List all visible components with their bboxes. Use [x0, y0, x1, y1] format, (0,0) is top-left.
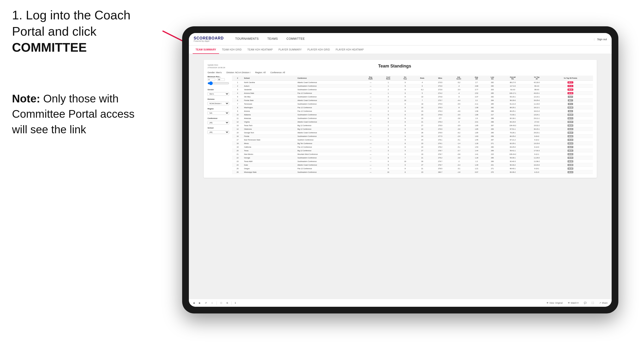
- sign-out-link[interactable]: Sign out: [597, 38, 607, 41]
- min-rounds-label: Minimum Rou...: [208, 76, 229, 78]
- cell-reg-rank: —: [362, 88, 380, 91]
- cell-low-sg: 260: [484, 84, 500, 88]
- filter-row: Gender: Men's Division: NCAA Division I …: [208, 71, 593, 74]
- cell-overall-rd: 97-51-1: [500, 127, 525, 131]
- expand-btn[interactable]: ⛶: [590, 301, 595, 305]
- nav-tournaments[interactable]: TOURNAMENTS: [231, 33, 263, 45]
- cell-overall-rd: 60-39-2: [500, 170, 525, 174]
- table-row: 17 East Tennessee State Southern Confere…: [232, 138, 593, 142]
- cell-conf-rank: 4: [380, 120, 397, 124]
- cell-reg-rank: —: [362, 163, 380, 167]
- watch-btn[interactable]: 👁 Watch ▾: [566, 301, 580, 305]
- cell-no-tour: 9: [397, 124, 414, 127]
- filter-group-division: Division NCAA Division I: [208, 98, 229, 105]
- cell-conference: Pac-12 Conference: [296, 167, 362, 170]
- cell-conference: Pac-12 Conference: [296, 91, 362, 95]
- cell-conference: Big 12 Conference: [296, 149, 362, 153]
- cell-rank: 6: [232, 99, 243, 102]
- tab-player-h2h-grid[interactable]: PLAYER H2H GRID: [304, 46, 333, 54]
- nav-teams[interactable]: TEAMS: [263, 33, 282, 45]
- filter-group-region: Region N/A: [208, 108, 229, 115]
- school-select[interactable]: (All): [208, 130, 229, 134]
- cell-conf-rank: 3: [380, 109, 397, 113]
- cell-low-sg: 270: [484, 170, 500, 174]
- table-row: 21 New Mexico Mountain West Conference —…: [232, 153, 593, 156]
- region-label: Region: [208, 108, 229, 110]
- cell-rank: 4: [232, 91, 243, 95]
- min-rounds-min[interactable]: [208, 78, 215, 81]
- tab-player-summary[interactable]: PLAYER SUMMARY: [276, 46, 304, 54]
- cell-conference: Atlantic Coast Conference: [296, 120, 362, 124]
- cell-reg-rank: —: [362, 127, 380, 131]
- view-original-btn[interactable]: 👁 View: Original: [545, 301, 564, 305]
- cell-low-sg: 268: [484, 117, 500, 120]
- gender-select[interactable]: Men's: [208, 92, 229, 96]
- cell-adj-score: -6: [449, 106, 468, 109]
- cell-conference: Pac-12 Conference: [296, 106, 362, 109]
- cell-reg-rank: —: [362, 142, 380, 145]
- cell-conf-rank: 3: [380, 95, 397, 99]
- cell-conference: Southeastern Conference: [296, 84, 362, 88]
- rounds-slider[interactable]: [208, 81, 229, 85]
- table-row: 10 Alabama Southeastern Conference — 5 8…: [232, 113, 593, 117]
- cell-reg-rank: —: [362, 135, 380, 138]
- cell-vs25: 9-12-1: [525, 153, 548, 156]
- tab-player-h2h-heatmap[interactable]: PLAYER H2H HEATMAP: [333, 46, 366, 54]
- cell-adj-score: -5.1: [449, 145, 468, 149]
- cell-conf-rank: 4: [380, 145, 397, 149]
- region-select[interactable]: N/A: [208, 111, 229, 115]
- comment-btn[interactable]: 💬: [583, 301, 588, 305]
- toolbar-back[interactable]: ◀: [192, 301, 196, 305]
- nav-committee[interactable]: COMMITTEE: [282, 33, 309, 45]
- toolbar-copy[interactable]: ⧉: [225, 301, 229, 305]
- toolbar-refresh[interactable]: ↺: [204, 301, 208, 305]
- table-header-row: # School Conference RegRank ConfRank NoT…: [232, 76, 593, 81]
- cell-rnds: 23: [413, 117, 431, 120]
- toolbar-right: 👁 View: Original 👁 Watch ▾ 💬 ⛶ ↗ Share: [545, 301, 609, 305]
- cell-wins: 275.7: [431, 99, 449, 102]
- conference-select[interactable]: (All): [208, 121, 229, 124]
- cell-reg-rank: —: [362, 102, 380, 106]
- cell-reg-rank: —: [362, 124, 380, 127]
- division-select[interactable]: NCAA Division I: [208, 102, 229, 105]
- cell-avg-sg: 1.21: [468, 167, 484, 170]
- cell-avg-sg: 1.3: [468, 160, 484, 163]
- cell-conference: Southeastern Conference: [296, 113, 362, 117]
- cell-conf-rank: 1: [380, 142, 397, 145]
- cell-school: Duke: [243, 163, 296, 167]
- cell-rnds: 24: [413, 138, 431, 142]
- cell-conf-rank: 9: [380, 160, 397, 163]
- cell-rank: 14: [232, 127, 243, 131]
- toolbar-share-small[interactable]: ⬡: [219, 301, 223, 305]
- toolbar-bookmark[interactable]: ☆: [210, 301, 214, 305]
- content-panel: Update time: 27/03/2024 16:56:26 Team St…: [204, 60, 597, 178]
- cell-avg-sg: 1.98: [468, 109, 484, 113]
- cell-rank: 21: [232, 153, 243, 156]
- tab-team-h2h-heatmap[interactable]: TEAM H2H HEATMAP: [244, 46, 276, 54]
- cell-vs25: 8-14-0: [525, 145, 548, 149]
- share-btn[interactable]: ↗ Share: [598, 301, 609, 305]
- cell-school: Virginia: [243, 120, 296, 124]
- tab-team-summary[interactable]: TEAM SUMMARY: [193, 46, 219, 54]
- cell-wins: 274.2: [431, 91, 449, 95]
- cell-conference: Southeastern Conference: [296, 117, 362, 120]
- top-nav: SCOREBOARD Powered by clippd TOURNAMENTS…: [189, 33, 612, 45]
- cell-adj-score: -4: [449, 91, 468, 95]
- cell-adj-score: -6: [449, 120, 468, 124]
- cell-vs50-pts: 58.47: [548, 131, 593, 135]
- tab-team-h2h-grid[interactable]: TEAM H2H GRID: [219, 46, 244, 54]
- cell-school: Auburn: [243, 84, 296, 88]
- toolbar-info[interactable]: ℹ: [234, 301, 237, 305]
- cell-low-sg: 265: [484, 91, 500, 95]
- cell-rnds: 23: [413, 106, 431, 109]
- toolbar-forward[interactable]: ▶: [198, 301, 202, 305]
- cell-overall-rd: 82-18-1: [500, 117, 525, 120]
- cell-conference: Southeastern Conference: [296, 156, 362, 160]
- cell-rank: 9: [232, 109, 243, 113]
- cell-adj-score: -3.6: [449, 127, 468, 131]
- col-wins: Wins: [431, 76, 449, 81]
- cell-overall-rd: 76-26-1: [500, 131, 525, 135]
- min-rounds-max[interactable]: [217, 78, 225, 81]
- cell-conf-rank: 6: [380, 117, 397, 120]
- cell-wins: 279.7: [431, 160, 449, 163]
